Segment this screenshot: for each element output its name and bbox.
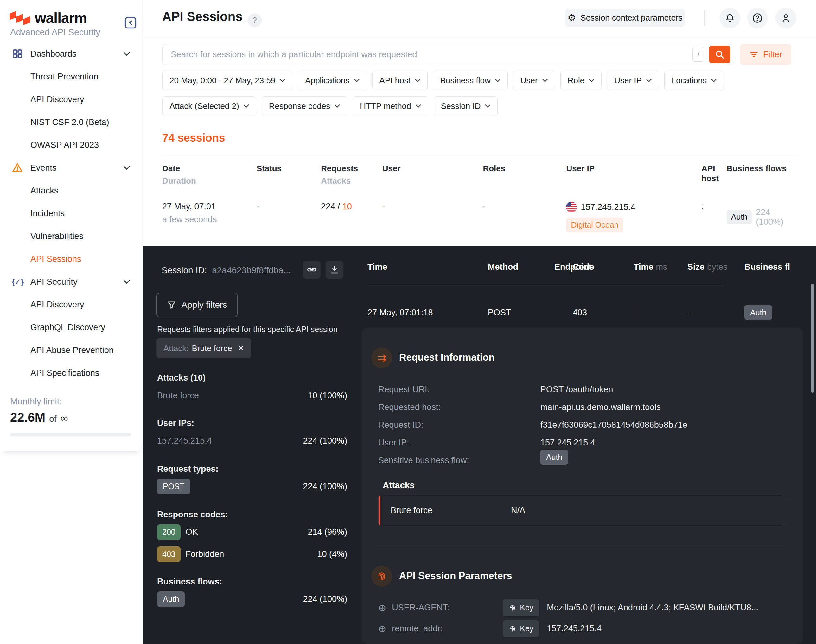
title-help-icon[interactable]: ? [248, 13, 262, 27]
vertical-scrollbar[interactable] [811, 284, 814, 393]
close-icon[interactable]: ✕ [238, 344, 244, 353]
col-date[interactable]: Date [162, 164, 257, 173]
session-id-value[interactable]: a2a4623b9f8ffdba... [212, 265, 291, 276]
col-time-ms[interactable]: Timems [633, 262, 687, 272]
apply-filters-button[interactable]: Apply filters [157, 293, 238, 317]
sidebar-item-api-specifications[interactable]: API Specifications [0, 362, 143, 384]
sidebar-item-nist-csf[interactable]: NIST CSF 2.0 (Beta) [0, 111, 143, 133]
col-api-host[interactable]: API host [701, 164, 721, 186]
session-id-label: Session ID: [161, 265, 207, 276]
bell-icon [724, 13, 735, 23]
attack-detail-row[interactable]: Brute force N/A [378, 495, 786, 526]
stat-value: 224 (100%) [303, 481, 347, 491]
sidebar-item-attacks[interactable]: Attacks [0, 179, 143, 202]
attack-stat-row[interactable]: Brute force 10 (100%) [157, 391, 347, 400]
col-size[interactable]: Sizebytes [687, 262, 744, 272]
search-button[interactable] [709, 46, 730, 63]
sidebar-item-label: GraphQL Discovery [31, 323, 105, 333]
flow-chip: Auth [157, 592, 185, 607]
ip-provider-tag[interactable]: Digital Ocean [566, 218, 623, 232]
sidebar-item-api-security[interactable]: {✓} API Security [0, 270, 143, 293]
request-type-stat-row[interactable]: POST 224 (100%) [157, 479, 347, 494]
col-business-flows[interactable]: Business fl [744, 262, 805, 272]
sidebar-item-api-discovery-2[interactable]: API Discovery [0, 293, 143, 316]
col-user[interactable]: User [382, 164, 483, 186]
sidebar-item-threat-prevention[interactable]: Threat Prevention [0, 65, 143, 88]
key-chip[interactable]: Key [503, 600, 539, 616]
sessions-table-header: DateDuration Status RequestsAttacks User… [162, 155, 798, 186]
business-flow-chip: Auth [727, 210, 752, 224]
col-status[interactable]: Status [257, 164, 321, 186]
user-ip-stat-row[interactable]: 157.245.215.4 224 (100%) [157, 436, 347, 446]
sidebar-item-owasp-api[interactable]: OWASP API 2023 [0, 133, 143, 156]
sidebar-item-graphql-discovery[interactable]: GraphQL Discovery [0, 316, 143, 339]
col-user-ip[interactable]: User IP [566, 164, 701, 186]
sidebar-item-label: Events [31, 163, 57, 173]
filter-chip-session-id[interactable]: Session ID [434, 96, 498, 116]
filter-chips-row-2: Attack (Selected 2) Response codes HTTP … [162, 96, 498, 116]
plus-circle-icon[interactable]: ⊕ [378, 602, 386, 613]
chip-label: Role [568, 76, 584, 86]
filter-chip-business-flow[interactable]: Business flow [433, 71, 508, 90]
help-button[interactable] [747, 8, 768, 29]
download-button[interactable] [326, 261, 343, 279]
request-row[interactable]: 27 May, 07:01:18 POST 403 - - Auth [367, 308, 805, 317]
sidebar-item-api-discovery[interactable]: API Discovery [0, 88, 143, 111]
applied-filter-chip: Attack: Brute force ✕ [157, 338, 251, 359]
code-name: Forbidden [186, 549, 224, 559]
notifications-button[interactable] [719, 8, 740, 29]
col-attacks[interactable]: Attacks [321, 176, 382, 186]
response-code-stat-row[interactable]: 200OK 214 (96%) [157, 524, 347, 540]
col-roles[interactable]: Roles [483, 164, 566, 186]
sidebar-collapse-icon[interactable] [123, 16, 137, 30]
chevron-down-icon [646, 79, 652, 82]
sidebar-item-api-sessions[interactable]: API Sessions [0, 248, 143, 270]
filter-chip-user-ip[interactable]: User IP [607, 71, 659, 90]
session-context-parameters-button[interactable]: ⚙ Session context parameters [565, 9, 685, 27]
filter-chip-api-host[interactable]: API host [372, 71, 428, 90]
session-context-label: Session context parameters [580, 13, 682, 23]
col-business-flows[interactable]: Business flows [721, 164, 798, 186]
field-request-id: Request ID: f31e7f63069c170581454d086b58… [378, 420, 424, 430]
business-flow-stat-row[interactable]: Auth 224 (100%) [157, 592, 347, 607]
search-input[interactable] [163, 50, 693, 60]
key-chip[interactable]: Key [503, 620, 539, 637]
col-duration[interactable]: Duration [162, 176, 257, 186]
sidebar-nav: Dashboards Threat Prevention API Discove… [0, 43, 143, 384]
response-code-stat-row[interactable]: 403Forbidden 10 (4%) [157, 546, 347, 562]
session-row[interactable]: 27 May, 07:01 a few seconds - 224 / 10 -… [162, 186, 798, 232]
filter-chip-response-codes[interactable]: Response codes [262, 96, 347, 116]
stat-value: 10 (100%) [307, 391, 347, 400]
search-shortcut-badge: / [693, 47, 704, 62]
plus-circle-icon[interactable]: ⊕ [378, 623, 386, 634]
sidebar-item-dashboards[interactable]: Dashboards [0, 43, 143, 65]
account-button[interactable] [776, 8, 796, 29]
key-chip-label: Key [520, 603, 533, 612]
filter-chip-date-range[interactable]: 20 May, 0:00 - 27 May, 23:59 [162, 71, 292, 90]
field-label: Request ID: [378, 420, 424, 430]
fingerprint-icon [509, 604, 517, 612]
col-size-label: Size [687, 262, 704, 271]
filter-button[interactable]: Filter [740, 44, 791, 65]
fingerprint-icon [509, 625, 517, 633]
chevron-down-icon [123, 52, 130, 56]
filter-chip-user[interactable]: User [513, 71, 555, 90]
col-time-unit: ms [656, 262, 667, 271]
sidebar-item-incidents[interactable]: Incidents [0, 202, 143, 225]
field-value: main-api.us.demo.wallarm.tools [540, 402, 661, 412]
col-endpoint-code[interactable]: Endpoint Code [554, 262, 633, 272]
col-requests[interactable]: Requests [321, 164, 382, 173]
filter-chip-http-method[interactable]: HTTP method [353, 96, 428, 116]
session-user-ip[interactable]: 157.245.215.4 [581, 202, 635, 212]
filter-chip-locations[interactable]: Locations [664, 71, 724, 90]
copy-link-button[interactable] [303, 261, 321, 279]
sidebar-item-events[interactable]: Events [0, 156, 143, 179]
filter-chip-role[interactable]: Role [560, 71, 602, 90]
col-time[interactable]: Time [367, 262, 488, 272]
sidebar-item-api-abuse-prevention[interactable]: API Abuse Prevention [0, 339, 143, 362]
filter-chip-attack[interactable]: Attack (Selected 2) [162, 96, 256, 116]
filter-chip-applications[interactable]: Applications [298, 71, 367, 90]
sidebar-item-vulnerabilities[interactable]: Vulnerabilities [0, 225, 143, 248]
session-date: 27 May, 07:01 [162, 202, 257, 212]
col-method[interactable]: Method [488, 262, 554, 272]
